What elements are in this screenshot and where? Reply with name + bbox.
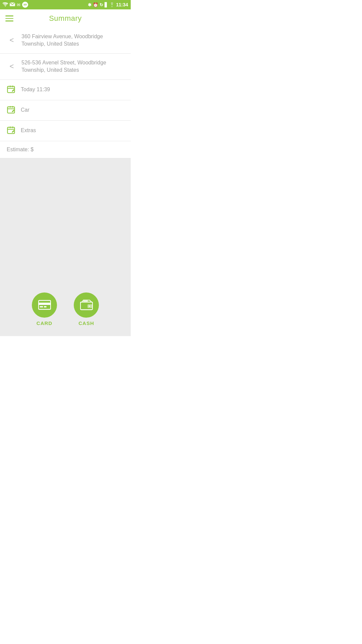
extras-text: Extras: [21, 127, 124, 134]
svg-rect-11: [83, 300, 87, 302]
back-arrow-icon-1: <: [7, 35, 17, 45]
cash-label: CASH: [78, 320, 94, 326]
location-1-text: 360 Fairview Avenue, Woodbridge Township…: [21, 33, 124, 48]
svg-rect-9: [87, 305, 92, 308]
wifi-icon: [3, 2, 8, 7]
card-label: CARD: [37, 320, 52, 326]
back-arrow-icon-2: <: [7, 61, 17, 71]
status-bar: ✉ ۲۲ ✱ ⏰ ↻ ▋ 🔋 11:34: [0, 0, 131, 9]
battery-icon: 🔋: [109, 2, 115, 7]
time-display: 11:34: [116, 2, 128, 7]
content-area: < 360 Fairview Avenue, Woodbridge Townsh…: [0, 28, 131, 158]
date-edit-icon: [7, 85, 16, 95]
email-at-icon: ✉: [17, 2, 20, 7]
signal-icon: ▋: [105, 2, 108, 7]
extras-edit-icon: [7, 126, 16, 136]
svg-rect-5: [38, 303, 50, 305]
date-text: Today 11:39: [21, 86, 124, 93]
hamburger-line-1: [5, 15, 13, 16]
status-right-icons: ✱ ⏰ ↻ ▋ 🔋 11:34: [88, 2, 128, 7]
card-button-circle: [32, 292, 57, 318]
bluetooth-icon: ✱: [88, 2, 92, 7]
estimate-row: Estimate: $: [0, 141, 131, 158]
sync-icon: ↻: [100, 2, 103, 7]
email-icon: [10, 2, 15, 7]
location-row-2[interactable]: < 526-536 Avenel Street, Woodbridge Town…: [0, 54, 131, 80]
car-text: Car: [21, 106, 124, 114]
card-payment-button[interactable]: CARD: [32, 292, 57, 326]
page-title: Summary: [49, 14, 82, 23]
location-2-text: 526-536 Avenel Street, Woodbridge Townsh…: [21, 59, 124, 74]
hamburger-line-3: [5, 20, 13, 21]
location-row-1[interactable]: < 360 Fairview Avenue, Woodbridge Townsh…: [0, 28, 131, 54]
alarm-icon: ⏰: [93, 2, 98, 7]
gray-area: [0, 158, 131, 286]
svg-point-10: [88, 306, 90, 307]
svg-rect-6: [40, 306, 43, 308]
notification-badge: ۲۲: [22, 2, 28, 8]
car-edit-icon: [7, 106, 16, 115]
hamburger-menu[interactable]: [5, 15, 13, 21]
status-left-icons: ✉ ۲۲: [3, 2, 28, 8]
header: Summary: [0, 9, 131, 28]
extras-row[interactable]: Extras: [0, 121, 131, 141]
date-row[interactable]: Today 11:39: [0, 80, 131, 100]
hamburger-line-2: [5, 18, 13, 19]
car-row[interactable]: Car: [0, 100, 131, 121]
cash-payment-button[interactable]: CASH: [74, 292, 99, 326]
page-wrapper: ✉ ۲۲ ✱ ⏰ ↻ ▋ 🔋 11:34 Summary < 360 Fairv…: [0, 0, 131, 336]
cash-button-circle: [74, 292, 99, 318]
svg-rect-7: [44, 306, 47, 308]
bottom-bar: CARD CASH: [0, 286, 131, 336]
estimate-text: Estimate: $: [7, 147, 34, 152]
